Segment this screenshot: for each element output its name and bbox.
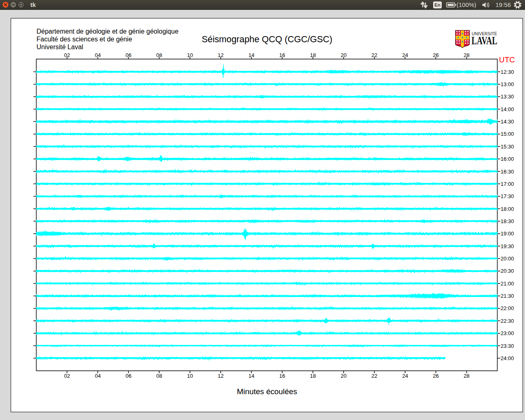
svg-text:16: 16: [279, 52, 285, 58]
svg-text:18: 18: [310, 373, 316, 379]
svg-text:23:30: 23:30: [501, 343, 514, 349]
svg-text:17:30: 17:30: [501, 193, 514, 199]
svg-text:22: 22: [372, 52, 377, 58]
svg-text:24:00: 24:00: [501, 355, 514, 361]
svg-text:18: 18: [310, 52, 316, 58]
svg-text:13:30: 13:30: [501, 94, 514, 100]
svg-text:12: 12: [218, 373, 224, 379]
svg-text:26: 26: [433, 52, 438, 58]
svg-text:06: 06: [126, 52, 131, 58]
svg-text:16:00: 16:00: [501, 156, 514, 162]
svg-text:10: 10: [187, 52, 193, 58]
svg-text:04: 04: [95, 373, 100, 379]
svg-text:08: 08: [156, 373, 162, 379]
svg-text:19:00: 19:00: [501, 231, 514, 237]
svg-text:17:00: 17:00: [501, 181, 514, 187]
svg-text:22:00: 22:00: [501, 305, 514, 311]
svg-text:26: 26: [433, 373, 438, 379]
svg-text:08: 08: [156, 52, 162, 58]
svg-text:10: 10: [187, 373, 193, 379]
svg-text:15:30: 15:30: [501, 144, 514, 150]
svg-text:20:30: 20:30: [501, 268, 514, 274]
svg-text:24: 24: [402, 52, 408, 58]
svg-text:20: 20: [341, 373, 347, 379]
svg-text:20: 20: [341, 52, 347, 58]
svg-text:14: 14: [249, 373, 254, 379]
svg-text:LAVAL: LAVAL: [472, 34, 498, 47]
svg-text:04: 04: [95, 52, 100, 58]
svg-text:16:30: 16:30: [501, 169, 514, 175]
svg-text:28: 28: [463, 373, 469, 379]
svg-text:23:00: 23:00: [501, 330, 514, 336]
svg-text:12: 12: [218, 52, 224, 58]
svg-text:18:00: 18:00: [501, 206, 514, 212]
svg-text:13:00: 13:00: [501, 81, 514, 87]
svg-text:UTC: UTC: [499, 55, 515, 64]
svg-text:02: 02: [64, 373, 70, 379]
svg-text:12:30: 12:30: [501, 69, 514, 75]
svg-text:21:30: 21:30: [501, 293, 514, 299]
svg-text:14: 14: [249, 52, 254, 58]
svg-text:22: 22: [372, 373, 377, 379]
svg-text:14:00: 14:00: [501, 106, 514, 112]
svg-text:21:00: 21:00: [501, 281, 514, 287]
svg-text:15:00: 15:00: [501, 131, 514, 137]
svg-text:16: 16: [279, 373, 285, 379]
svg-text:20:00: 20:00: [501, 256, 514, 262]
svg-text:18:30: 18:30: [501, 218, 514, 224]
svg-text:14:30: 14:30: [501, 119, 514, 125]
svg-text:19:30: 19:30: [501, 243, 514, 249]
svg-text:24: 24: [402, 373, 408, 379]
svg-text:06: 06: [126, 373, 131, 379]
svg-text:28: 28: [463, 52, 469, 58]
svg-text:22:30: 22:30: [501, 318, 514, 324]
svg-text:02: 02: [64, 52, 70, 58]
